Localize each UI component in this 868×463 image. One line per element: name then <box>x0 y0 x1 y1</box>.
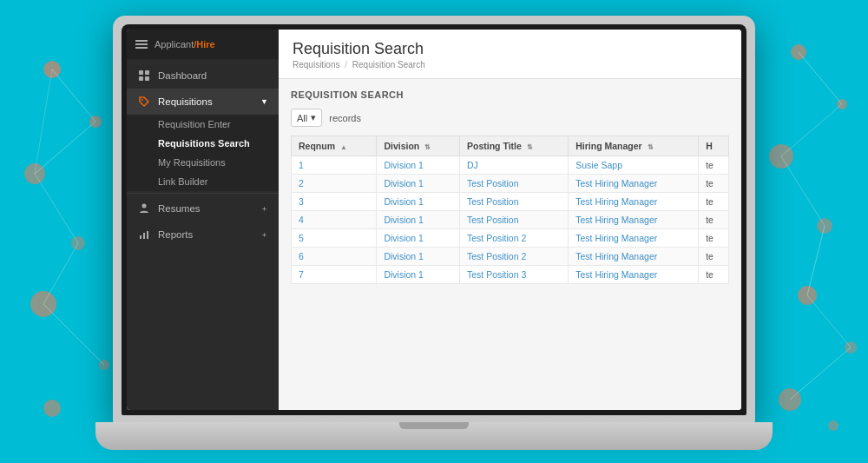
cell-reqnum: 5 <box>292 229 377 248</box>
sidebar-item-reports[interactable]: Reports ＋ <box>127 222 279 248</box>
posting-title-link[interactable]: Test Position <box>467 178 519 189</box>
reqnum-link[interactable]: 7 <box>299 269 304 280</box>
hiring-manager-link[interactable]: Test Hiring Manager <box>575 196 657 207</box>
hiring-manager-link[interactable]: Test Hiring Manager <box>575 178 657 189</box>
laptop-container: Applicant/Hire <box>113 16 755 450</box>
select-value: All <box>297 113 307 123</box>
posting-title-link[interactable]: Test Position <box>467 215 519 225</box>
reqnum-link[interactable]: 2 <box>299 178 304 189</box>
requisitions-table: Reqnum ▲ Division ⇅ Posting Title <box>291 136 729 284</box>
hiring-manager-link[interactable]: Susie Sapp <box>575 160 622 170</box>
svg-rect-35 <box>143 233 145 239</box>
cell-reqnum: 3 <box>292 193 377 211</box>
svg-line-20 <box>43 304 104 365</box>
sidebar-item-my-requisitions[interactable]: My Requisitions <box>127 153 279 172</box>
svg-rect-30 <box>139 76 143 81</box>
col-header-division[interactable]: Division ⇅ <box>377 136 460 156</box>
cell-h: te <box>699 211 729 229</box>
cell-hiring-manager: Test Hiring Manager <box>569 211 699 229</box>
page-title: Requisition Search <box>293 40 727 58</box>
svg-line-16 <box>52 69 95 122</box>
chart-icon <box>137 228 151 241</box>
reqnum-link[interactable]: 4 <box>299 215 304 225</box>
cell-hiring-manager: Test Hiring Manager <box>569 248 699 266</box>
sidebar-item-link-builder[interactable]: Link Builder <box>127 172 279 191</box>
hiring-manager-link[interactable]: Test Hiring Manager <box>575 233 657 243</box>
screen: Applicant/Hire <box>127 30 741 410</box>
sort-icon: ▲ <box>340 143 347 151</box>
cell-division: Division 1 <box>377 175 460 193</box>
sidebar-item-dashboard[interactable]: Dashboard <box>127 63 279 89</box>
sidebar-item-requisition-enter[interactable]: Requisition Enter <box>127 115 279 134</box>
sidebar-item-label: Requisitions <box>158 96 213 107</box>
col-header-hiring-manager[interactable]: Hiring Manager ⇅ <box>569 136 699 156</box>
content-area: REQUISITION SEARCH All ▾ records <box>279 79 741 410</box>
hiring-manager-link[interactable]: Test Hiring Manager <box>575 269 657 280</box>
posting-title-link[interactable]: DJ <box>467 160 478 170</box>
sidebar-item-requisitions[interactable]: Requisitions ▼ <box>127 89 279 115</box>
svg-rect-36 <box>147 231 148 239</box>
sort-icon: ⇅ <box>648 143 654 151</box>
cell-reqnum: 6 <box>292 248 377 266</box>
sort-icon: ⇅ <box>424 143 431 151</box>
svg-rect-34 <box>140 235 141 239</box>
posting-title-link[interactable]: Test Position 3 <box>467 269 526 280</box>
cell-division: Division 1 <box>377 248 460 266</box>
table-row: 5Division 1Test Position 2Test Hiring Ma… <box>292 229 729 248</box>
col-header-posting-title[interactable]: Posting Title ⇅ <box>460 136 569 156</box>
posting-title-link[interactable]: Test Position 2 <box>467 251 526 261</box>
breadcrumb-link-requisitions[interactable]: Requisitions <box>293 60 339 69</box>
records-per-page-select[interactable]: All ▾ <box>291 109 322 127</box>
plus-icon: ＋ <box>260 203 268 215</box>
cell-posting-title: Test Position <box>460 211 569 229</box>
hamburger-icon[interactable] <box>135 40 148 49</box>
division-link[interactable]: Division 1 <box>384 269 424 280</box>
division-link[interactable]: Division 1 <box>384 251 424 261</box>
grid-icon <box>137 69 151 83</box>
svg-rect-28 <box>139 70 143 75</box>
reqnum-link[interactable]: 3 <box>299 196 304 207</box>
cell-h: te <box>699 248 729 266</box>
sidebar-item-resumes[interactable]: Resumes ＋ <box>127 195 279 222</box>
screen-bezel: Applicant/Hire <box>122 24 746 415</box>
cell-hiring-manager: Susie Sapp <box>569 156 699 175</box>
cell-hiring-manager: Test Hiring Manager <box>569 266 699 284</box>
reqnum-link[interactable]: 6 <box>299 251 304 261</box>
division-link[interactable]: Division 1 <box>384 160 424 170</box>
sidebar-item-requisitions-search[interactable]: Requisitions Search <box>127 134 279 153</box>
hiring-manager-link[interactable]: Test Hiring Manager <box>575 251 657 261</box>
col-header-h[interactable]: H <box>699 136 729 156</box>
division-link[interactable]: Division 1 <box>384 196 424 207</box>
chevron-down-icon: ▼ <box>260 97 268 106</box>
reqnum-link[interactable]: 5 <box>299 233 304 243</box>
cell-division: Division 1 <box>377 229 460 248</box>
cell-hiring-manager: Test Hiring Manager <box>569 193 699 211</box>
division-link[interactable]: Division 1 <box>384 233 424 243</box>
posting-title-link[interactable]: Test Position 2 <box>467 233 526 243</box>
logo: Applicant/Hire <box>155 39 215 50</box>
breadcrumb-link-search[interactable]: Requisition Search <box>352 60 425 69</box>
svg-line-23 <box>781 104 842 156</box>
cell-h: te <box>699 266 729 284</box>
cell-division: Division 1 <box>377 156 460 175</box>
table-row: 6Division 1Test Position 2Test Hiring Ma… <box>292 248 729 266</box>
svg-line-26 <box>807 295 851 347</box>
section-title: REQUISITION SEARCH <box>291 89 729 100</box>
svg-point-6 <box>43 400 61 417</box>
sidebar: Applicant/Hire <box>127 30 279 410</box>
table-row: 4Division 1Test PositionTest Hiring Mana… <box>292 211 729 229</box>
svg-point-15 <box>828 420 838 431</box>
svg-rect-31 <box>145 76 149 81</box>
division-link[interactable]: Division 1 <box>384 215 424 225</box>
svg-point-33 <box>142 204 147 208</box>
nav-divider <box>127 193 279 194</box>
cell-hiring-manager: Test Hiring Manager <box>569 229 699 248</box>
cell-hiring-manager: Test Hiring Manager <box>569 175 699 193</box>
posting-title-link[interactable]: Test Position <box>467 196 519 207</box>
breadcrumb-separator: / <box>345 60 350 69</box>
reqnum-link[interactable]: 1 <box>299 160 304 170</box>
person-icon <box>137 202 151 215</box>
col-header-reqnum[interactable]: Reqnum ▲ <box>292 136 377 156</box>
division-link[interactable]: Division 1 <box>384 178 424 189</box>
hiring-manager-link[interactable]: Test Hiring Manager <box>575 215 657 225</box>
